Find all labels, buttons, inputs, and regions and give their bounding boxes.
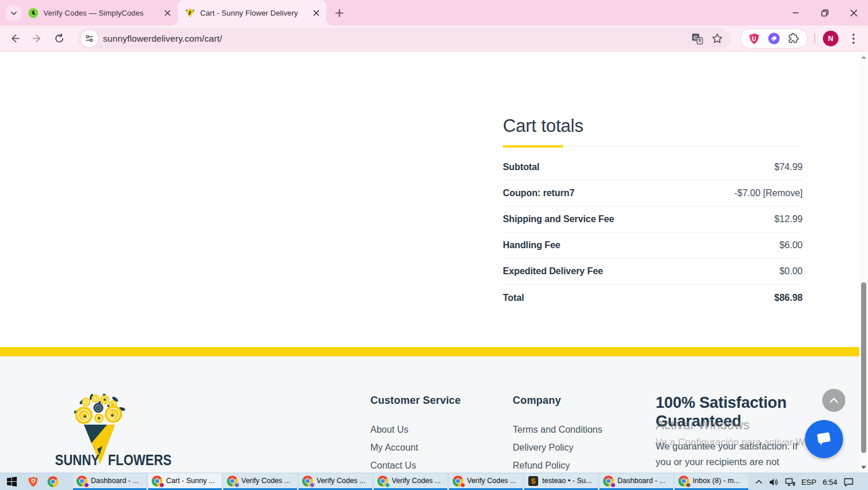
cart-row-shipping: Shipping and Service Fee $12.99 [503, 207, 803, 233]
tray-language[interactable]: ESP [800, 473, 818, 490]
star-icon [712, 33, 723, 44]
browser-menu-button[interactable] [847, 29, 860, 48]
simplycodes-extension-button[interactable] [768, 32, 781, 45]
chrome-taskbar-icon[interactable] [43, 473, 62, 490]
taskbar-app-label: testeao • - Su... [542, 477, 592, 485]
chrome-icon [377, 476, 388, 487]
forward-button[interactable] [28, 29, 47, 48]
cart-row-handling: Handling Fee $6.00 [503, 233, 803, 259]
footer-logo[interactable]: SUNNY FLOWERS [55, 394, 172, 468]
taskbar-app-dashboard-1[interactable]: Dashboard - ... [73, 473, 146, 490]
taskbar-app-cart-sunny[interactable]: Cart - Sunny ... [148, 473, 222, 490]
extensions-menu-button[interactable] [788, 32, 800, 45]
windows-logo-icon [7, 477, 17, 487]
page-scrollbar[interactable] [859, 52, 868, 473]
row-value: -$7.00 [Remove] [734, 188, 803, 198]
bookmark-button[interactable] [707, 29, 727, 49]
footer-link-contact-us[interactable]: Contact Us [370, 460, 416, 470]
taskbar-app-verify-codes-3[interactable]: Verify Codes ... [374, 473, 447, 490]
row-value: $86.98 [774, 293, 803, 303]
back-button[interactable] [5, 29, 24, 48]
scroll-to-top-button[interactable] [822, 389, 845, 412]
site-info-button[interactable] [81, 30, 98, 47]
taskbar-app-sublime[interactable]: S testeao • - Su... [524, 473, 598, 490]
tray-show-hidden-icons[interactable] [753, 473, 764, 490]
site-settings-icon [84, 34, 94, 43]
ublock-extension-button[interactable]: U [748, 32, 760, 45]
footer-link-delivery-policy[interactable]: Delivery Policy [513, 443, 573, 452]
footer-accent-bar [0, 347, 859, 356]
address-bar[interactable]: sunnyflowerdelivery.com/cart/ G [78, 28, 730, 49]
row-label: Coupon: return7 [503, 188, 575, 198]
window-restore-button[interactable] [810, 0, 839, 25]
remove-coupon-link[interactable]: [Remove] [763, 188, 803, 198]
tray-clock[interactable]: 6:54 [821, 473, 839, 490]
footer-column-heading: Customer Service [370, 395, 461, 407]
chevron-up-icon [755, 480, 763, 484]
tab-verify-codes[interactable]: Verify Codes — SimplyCodes [25, 0, 178, 25]
ublock-shield-icon: U [748, 33, 760, 45]
translate-button[interactable]: G [687, 29, 707, 49]
tab-close-button[interactable] [311, 8, 321, 18]
chat-bubble-icon [815, 430, 833, 448]
restore-icon [821, 9, 829, 17]
back-arrow-icon [9, 33, 20, 44]
profile-avatar[interactable]: N [823, 31, 838, 46]
footer-customer-service-column: Customer Service About Us My Account Con… [370, 395, 461, 473]
new-tab-button[interactable] [332, 5, 347, 21]
tab-search-button[interactable] [6, 5, 21, 21]
window-close-button[interactable] [839, 0, 868, 25]
row-label: Total [503, 293, 524, 303]
scrollbar-up-arrow[interactable] [859, 53, 868, 61]
language-indicator: ESP [801, 478, 816, 487]
taskbar-app-verify-codes-2[interactable]: Verify Codes ... [299, 473, 372, 490]
footer-link-terms[interactable]: Terms and Conditions [513, 425, 602, 434]
scrollbar-thumb[interactable] [861, 282, 866, 453]
bouquet-favicon [185, 8, 195, 18]
reload-button[interactable] [50, 29, 69, 48]
window-minimize-button[interactable] [781, 0, 810, 25]
taskbar-app-inbox[interactable]: Inbox (8) - m... [675, 473, 748, 490]
plus-icon [335, 9, 344, 17]
chat-widget-button[interactable] [805, 420, 843, 458]
clock: 6:54 [823, 478, 837, 487]
satisfaction-text: We guarantee your satisfaction. If you o… [656, 439, 805, 470]
logo-word-sunny: SUNNY [55, 452, 100, 469]
cart-row-expedited: Expedited Delivery Fee $0.00 [503, 259, 803, 285]
row-label: Shipping and Service Fee [503, 214, 614, 224]
tray-volume[interactable] [767, 473, 781, 490]
start-button[interactable] [0, 473, 23, 490]
taskbar-app-dashboard-2[interactable]: Dashboard - ... [599, 473, 673, 490]
triangle-up-icon [861, 56, 866, 59]
browser-toolbar: sunnyflowerdelivery.com/cart/ G U [0, 25, 868, 51]
triangle-down-icon [861, 466, 866, 469]
url-text[interactable]: sunnyflowerdelivery.com/cart/ [103, 34, 687, 44]
brave-taskbar-icon[interactable] [23, 473, 43, 490]
cart-row-subtotal: Subtotal $74.99 [503, 154, 803, 180]
footer-link-my-account[interactable]: My Account [370, 443, 418, 452]
row-value: $6.00 [779, 240, 803, 250]
row-value: $74.99 [774, 162, 803, 172]
speaker-icon [769, 478, 779, 487]
footer-link-refund-policy[interactable]: Refund Policy [513, 460, 570, 470]
chevron-down-icon [10, 10, 17, 17]
tray-network[interactable] [784, 473, 797, 490]
row-value: $0.00 [779, 266, 803, 277]
tray-action-center[interactable] [842, 473, 855, 490]
browser-tab-strip: Verify Codes — SimplyCodes Cart - Sunny … [0, 0, 868, 25]
taskbar-app-verify-codes-1[interactable]: Verify Codes ... [223, 473, 297, 490]
taskbar-app-verify-codes-4[interactable]: Verify Codes ... [449, 473, 523, 490]
footer-link-about-us[interactable]: About Us [370, 425, 409, 434]
tab-title: Verify Codes — SimplyCodes [43, 9, 162, 17]
row-label: Handling Fee [503, 240, 560, 250]
windows-taskbar: Dashboard - ... Cart - Sunny ... Verify … [0, 473, 868, 490]
page-viewport: Cart totals Subtotal $74.99 Coupon: retu… [0, 52, 868, 473]
svg-text:U: U [752, 35, 756, 42]
tab-cart-sunny-flower[interactable]: Cart - Sunny Flower Delivery [178, 0, 326, 25]
taskbar-app-label: Dashboard - ... [91, 477, 139, 485]
row-value: $12.99 [774, 214, 803, 224]
tab-close-button[interactable] [162, 8, 172, 18]
scrollbar-down-arrow[interactable] [859, 463, 868, 471]
satisfaction-heading: 100% Satisfaction Guaranteed [656, 393, 805, 430]
taskbar-app-label: Verify Codes ... [317, 477, 366, 485]
